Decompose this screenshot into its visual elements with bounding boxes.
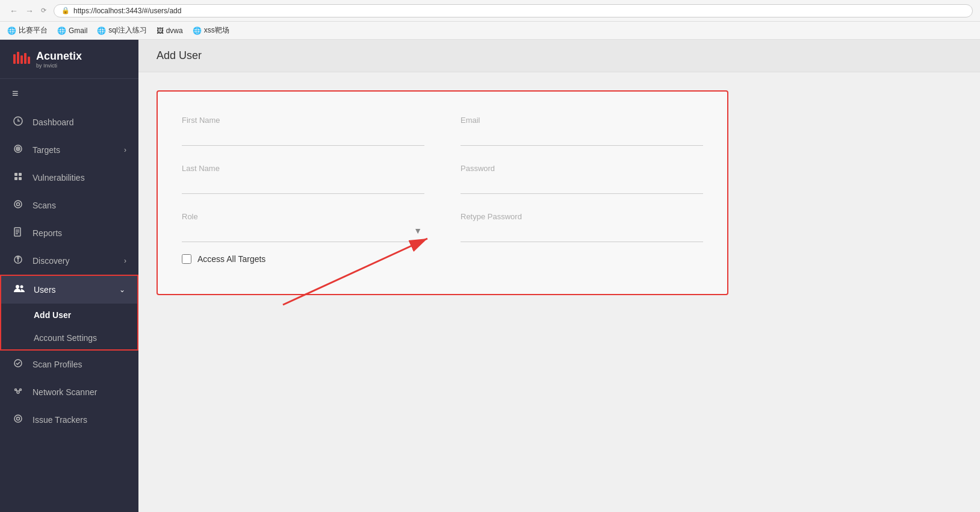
svg-point-26 <box>15 389 17 391</box>
form-grid: First Name Email Last Name <box>182 116 703 242</box>
svg-line-28 <box>17 390 17 392</box>
svg-point-22 <box>16 285 19 289</box>
users-section: Users ⌄ Add User Account Settings <box>0 275 138 351</box>
vulnerabilities-label: Vulnerabilities <box>33 173 85 183</box>
discovery-icon <box>12 255 24 267</box>
email-field: Email <box>461 116 703 146</box>
sidebar-item-scan-profiles[interactable]: Scan Profiles <box>0 351 138 378</box>
svg-point-13 <box>14 201 22 208</box>
sidebar-item-scans[interactable]: Scans <box>0 192 138 219</box>
forward-button[interactable]: → <box>23 5 36 17</box>
access-all-targets-row: Access All Targets <box>182 254 703 264</box>
refresh-button[interactable]: ⟳ <box>39 5 49 16</box>
sidebar-item-dashboard[interactable]: Dashboard <box>0 108 138 136</box>
password-label: Password <box>461 164 703 173</box>
first-name-input[interactable] <box>182 127 424 142</box>
svg-line-29 <box>19 390 20 392</box>
sidebar-item-users[interactable]: Users ⌄ <box>1 276 137 304</box>
back-button[interactable]: ← <box>7 5 20 17</box>
svg-point-8 <box>17 148 19 149</box>
retype-password-label: Retype Password <box>461 212 703 221</box>
svg-rect-10 <box>19 173 22 176</box>
svg-rect-2 <box>20 55 23 64</box>
sidebar-nav: Dashboard Targets › Vulnerabilities Sca <box>0 108 138 512</box>
issue-trackers-label: Issue Trackers <box>33 415 87 425</box>
svg-rect-3 <box>24 53 26 64</box>
address-bar[interactable]: 🔒 https://localhost:3443/#/users/add <box>54 4 973 17</box>
role-select[interactable]: Administrator User Viewer <box>182 223 232 238</box>
targets-arrow-icon: › <box>124 146 126 154</box>
access-all-targets-label[interactable]: Access All Targets <box>197 254 265 264</box>
issue-trackers-icon <box>12 414 24 426</box>
password-field: Password <box>461 164 703 194</box>
last-name-label: Last Name <box>182 164 424 173</box>
users-arrow-icon: ⌄ <box>119 286 125 294</box>
sidebar-subitem-add-user[interactable]: Add User <box>1 304 137 326</box>
vulnerabilities-icon <box>12 172 24 184</box>
email-label: Email <box>461 116 703 125</box>
svg-point-25 <box>17 391 19 393</box>
globe-icon: 🌐 <box>7 27 16 35</box>
svg-point-23 <box>20 286 23 289</box>
bookmarks-bar: 🌐 比赛平台 🌐 Gmail 🌐 sql注入练习 🖼 dvwa 🌐 xss靶场 <box>0 22 980 40</box>
menu-toggle-button[interactable]: ≡ <box>0 79 138 108</box>
bookmark-sql[interactable]: 🌐 sql注入练习 <box>97 25 146 36</box>
sidebar-item-discovery[interactable]: Discovery › <box>0 247 138 275</box>
scans-icon <box>12 199 24 211</box>
svg-rect-4 <box>28 57 30 64</box>
network-scanner-icon <box>12 386 24 398</box>
sidebar-item-network-scanner[interactable]: Network Scanner <box>0 378 138 406</box>
password-input[interactable] <box>461 175 703 190</box>
role-wrapper: Administrator User Viewer ▼ <box>182 223 424 238</box>
email-input[interactable] <box>461 127 703 142</box>
sidebar-item-vulnerabilities[interactable]: Vulnerabilities <box>0 164 138 192</box>
svg-rect-9 <box>14 173 17 176</box>
add-user-form-card: First Name Email Last Name <box>157 90 728 295</box>
svg-point-30 <box>14 415 22 422</box>
last-name-input[interactable] <box>182 175 424 190</box>
users-label: Users <box>34 285 56 295</box>
targets-label: Targets <box>33 145 60 155</box>
page-body: First Name Email Last Name <box>138 72 980 313</box>
sidebar-logo: Acunetix by Invicti <box>0 40 138 79</box>
retype-password-input[interactable] <box>461 223 703 238</box>
page-title: Add User <box>157 49 202 61</box>
main-content: Add User First Name <box>138 40 980 512</box>
scans-label: Scans <box>33 201 56 210</box>
globe-icon-4: 🌐 <box>193 27 202 35</box>
logo-sub-text: by Invicti <box>36 63 82 69</box>
bookmark-bisai[interactable]: 🌐 比赛平台 <box>7 25 48 36</box>
sidebar-item-targets[interactable]: Targets › <box>0 136 138 164</box>
logo-text: Acunetix by Invicti <box>36 50 82 69</box>
role-label: Role <box>182 212 424 221</box>
bookmark-dvwa[interactable]: 🖼 dvwa <box>157 27 183 35</box>
page-header: Add User <box>138 40 980 72</box>
app-container: Acunetix by Invicti ≡ Dashboard Targets … <box>0 40 980 512</box>
discovery-label: Discovery <box>33 256 69 266</box>
scan-profiles-label: Scan Profiles <box>33 360 82 369</box>
last-name-field: Last Name <box>182 164 424 194</box>
svg-point-20 <box>17 257 19 259</box>
role-dropdown-arrow-icon: ▼ <box>414 226 422 236</box>
acunetix-logo-icon <box>12 49 31 69</box>
globe-icon-3: 🌐 <box>97 27 106 35</box>
sidebar-subitem-account-settings[interactable]: Account Settings <box>1 326 137 349</box>
svg-rect-0 <box>13 54 16 64</box>
bookmark-gmail[interactable]: 🌐 Gmail <box>57 27 87 35</box>
reports-icon <box>12 227 24 239</box>
svg-point-27 <box>20 389 22 391</box>
sidebar-item-reports[interactable]: Reports <box>0 219 138 247</box>
first-name-label: First Name <box>182 116 424 125</box>
discovery-arrow-icon: › <box>124 257 126 265</box>
access-all-targets-checkbox[interactable] <box>182 254 191 264</box>
bookmark-xss[interactable]: 🌐 xss靶场 <box>193 25 229 36</box>
role-field: Role Administrator User Viewer ▼ <box>182 212 424 242</box>
svg-point-14 <box>17 203 20 206</box>
svg-rect-11 <box>14 177 17 180</box>
svg-point-31 <box>17 417 20 420</box>
first-name-field: First Name <box>182 116 424 146</box>
dashboard-label: Dashboard <box>33 117 74 127</box>
sidebar-item-issue-trackers[interactable]: Issue Trackers <box>0 406 138 434</box>
svg-rect-1 <box>17 52 19 64</box>
reports-label: Reports <box>33 228 62 238</box>
